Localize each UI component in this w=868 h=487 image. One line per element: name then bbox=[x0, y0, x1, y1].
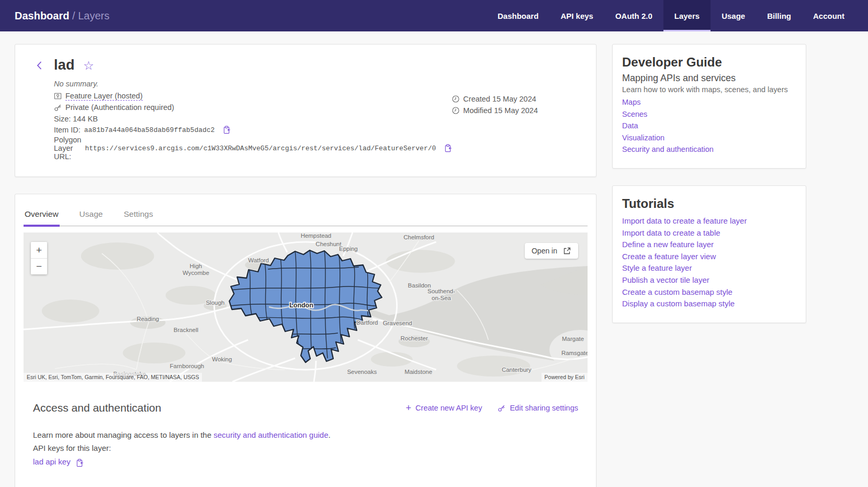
tab-usage[interactable]: Usage bbox=[78, 205, 104, 226]
nav-api-keys[interactable]: API keys bbox=[549, 0, 604, 31]
map-zoom-controls: + − bbox=[31, 242, 47, 274]
layer-type-link[interactable]: Feature Layer (hosted) bbox=[65, 92, 143, 101]
map-city-label: Watford bbox=[248, 257, 269, 263]
map-city-label: Slough bbox=[206, 300, 224, 306]
developer-guide-description: Learn how to work with maps, scenes, and… bbox=[622, 85, 796, 94]
developer-guide-title: Developer Guide bbox=[622, 55, 796, 70]
tutorial-link[interactable]: Import data to create a feature layer bbox=[622, 215, 796, 227]
map-city-label: Cheshunt bbox=[315, 241, 342, 247]
tab-bar: Overview Usage Settings bbox=[24, 202, 588, 226]
layer-url-value: https://services9.arcgis.com/c1W33XRwDAs… bbox=[85, 145, 436, 152]
tutorial-link[interactable]: Display a custom basemap style bbox=[622, 298, 796, 310]
external-link-icon bbox=[563, 247, 571, 255]
map-city-label: Wycombe bbox=[183, 270, 209, 276]
developer-guide-subtitle: Mapping APIs and services bbox=[622, 73, 796, 84]
layer-url-label: Polygon Layer URL: bbox=[54, 136, 81, 161]
map-city-label: Maidstone bbox=[404, 369, 432, 375]
guide-link-security[interactable]: Security and authentication bbox=[622, 143, 796, 156]
guide-link-scenes[interactable]: Scenes bbox=[622, 108, 796, 120]
clock-icon bbox=[452, 107, 459, 114]
powered-by-esri: Powered by Esri bbox=[542, 373, 588, 382]
tutorial-link[interactable]: Create a custom basemap style bbox=[622, 286, 796, 298]
modified-date: Modified 15 May 2024 bbox=[463, 106, 538, 115]
map-city-label: Gravesend bbox=[383, 320, 412, 326]
edit-sharing-label: Edit sharing settings bbox=[510, 404, 578, 412]
layer-title: lad bbox=[54, 57, 75, 73]
map-city-label: Woking bbox=[212, 356, 232, 362]
layer-size: Size: 144 KB bbox=[54, 115, 98, 123]
map-city-label: Margate bbox=[562, 336, 584, 342]
nav-usage[interactable]: Usage bbox=[711, 0, 756, 31]
tutorial-link[interactable]: Import data to create a table bbox=[622, 227, 796, 239]
feature-layer-icon bbox=[54, 92, 62, 100]
item-id-value: aa81b7a44a064ba58dab69ffab5dadc2 bbox=[84, 126, 215, 134]
open-in-button[interactable]: Open in bbox=[525, 243, 578, 259]
tab-overview[interactable]: Overview bbox=[24, 205, 60, 226]
map-city-label: Canterbury bbox=[502, 367, 532, 373]
access-description: Learn more about managing access to laye… bbox=[33, 428, 578, 441]
nav-account[interactable]: Account bbox=[802, 0, 855, 31]
map-preview[interactable]: Hempstead Chelmsford Cheshunt Epping Wat… bbox=[24, 233, 588, 382]
favorite-star-icon[interactable]: ☆ bbox=[83, 60, 94, 72]
key-icon bbox=[498, 404, 505, 412]
plus-icon: + bbox=[406, 403, 412, 413]
nav-billing[interactable]: Billing bbox=[756, 0, 802, 31]
create-api-key-label: Create new API key bbox=[415, 404, 482, 412]
map-london-label: London bbox=[289, 302, 313, 309]
back-button[interactable] bbox=[34, 60, 46, 71]
lad-api-key-link[interactable]: lad api key bbox=[33, 455, 71, 468]
breadcrumb-layers: Layers bbox=[78, 10, 109, 21]
create-api-key-button[interactable]: + Create new API key bbox=[406, 403, 482, 413]
zoom-in-button[interactable]: + bbox=[31, 242, 47, 258]
copy-url-icon[interactable] bbox=[444, 144, 452, 152]
map-city-label: Dartford bbox=[356, 319, 378, 326]
basemap-canvas: Hempstead Chelmsford Cheshunt Epping Wat… bbox=[24, 233, 588, 382]
layer-info-card: lad ☆ No summary. Feature Layer (hosted) bbox=[15, 44, 596, 177]
guide-link-data[interactable]: Data bbox=[622, 120, 796, 132]
zoom-out-button[interactable]: − bbox=[31, 258, 47, 274]
breadcrumb: Dashboard / Layers bbox=[15, 10, 109, 22]
tutorial-link[interactable]: Style a feature layer bbox=[622, 262, 796, 274]
map-city-label: High bbox=[190, 263, 202, 269]
breadcrumb-separator: / bbox=[69, 10, 78, 21]
map-city-label: on-Sea bbox=[432, 295, 452, 301]
tutorials-title: Tutorials bbox=[622, 196, 796, 211]
map-attribution: Esri UK, Esri, TomTom, Garmin, Foursquar… bbox=[24, 373, 202, 382]
map-city-label: Hempstead bbox=[301, 233, 332, 239]
guide-link-maps[interactable]: Maps bbox=[622, 96, 796, 108]
map-city-label: Bracknell bbox=[174, 327, 198, 333]
nav-oauth[interactable]: OAuth 2.0 bbox=[604, 0, 663, 31]
map-city-label: Farnborough bbox=[170, 363, 205, 369]
nav-layers[interactable]: Layers bbox=[663, 0, 711, 31]
map-city-label: Ramsgate bbox=[561, 350, 588, 356]
nav-dashboard[interactable]: Dashboard bbox=[487, 0, 549, 31]
map-city-label: Epping bbox=[339, 246, 358, 252]
key-icon bbox=[54, 104, 62, 112]
item-id-label: Item ID: bbox=[54, 126, 81, 134]
map-city-label: Sevenoaks bbox=[347, 369, 377, 375]
access-title: Access and authentication bbox=[33, 402, 161, 414]
tab-settings[interactable]: Settings bbox=[122, 205, 154, 226]
created-date: Created 15 May 2024 bbox=[463, 95, 536, 103]
layer-detail-card: Overview Usage Settings bbox=[15, 194, 596, 487]
security-guide-link[interactable]: security and authentication guide bbox=[213, 430, 328, 439]
top-nav-bar: Dashboard / Layers Dashboard API keys OA… bbox=[0, 0, 868, 31]
map-city-label: Reading bbox=[137, 316, 159, 322]
open-in-label: Open in bbox=[532, 247, 557, 255]
tutorial-link[interactable]: Publish a vector tile layer bbox=[622, 274, 796, 286]
copy-item-id-icon[interactable] bbox=[223, 126, 231, 134]
tutorials-card: Tutorials Import data to create a featur… bbox=[612, 185, 806, 323]
map-city-label: Southend- bbox=[427, 288, 455, 294]
clock-icon bbox=[452, 95, 459, 103]
access-section: Access and authentication + Create new A… bbox=[33, 402, 578, 468]
edit-sharing-button[interactable]: Edit sharing settings bbox=[498, 403, 578, 413]
top-nav-menu: Dashboard API keys OAuth 2.0 Layers Usag… bbox=[487, 0, 855, 31]
copy-api-key-icon[interactable] bbox=[76, 458, 84, 466]
developer-guide-card: Developer Guide Mapping APIs and service… bbox=[612, 44, 806, 169]
tutorial-link[interactable]: Define a new feature layer bbox=[622, 239, 796, 251]
map-city-label: Rochester bbox=[400, 335, 427, 341]
tutorial-link[interactable]: Create a feature layer view bbox=[622, 251, 796, 263]
guide-link-visualization[interactable]: Visualization bbox=[622, 132, 796, 144]
breadcrumb-dashboard[interactable]: Dashboard bbox=[15, 10, 69, 21]
map-city-label: Chelmsford bbox=[403, 234, 434, 240]
